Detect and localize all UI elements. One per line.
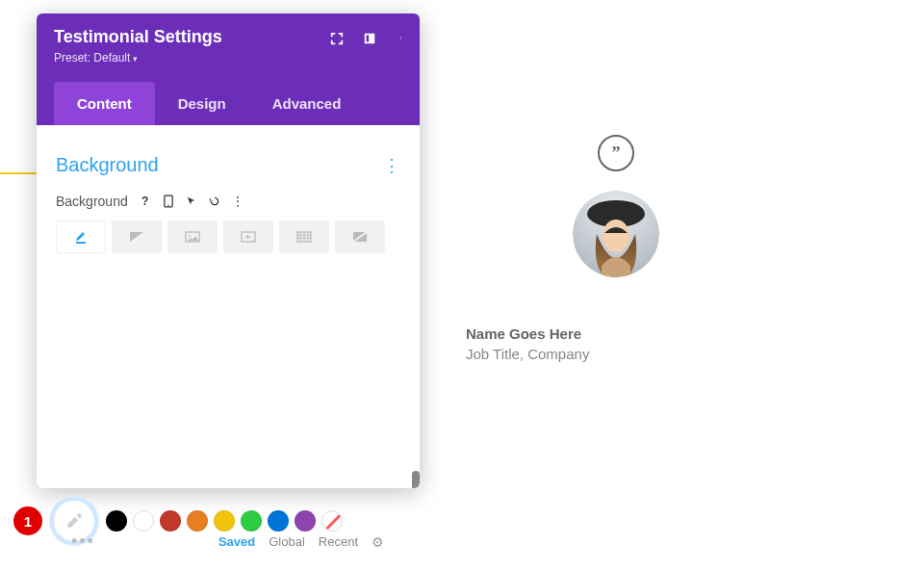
- swatch-blue[interactable]: [268, 510, 289, 532]
- section-title-background[interactable]: Background: [56, 154, 159, 176]
- snap-icon[interactable]: [362, 31, 377, 46]
- palette-more-icon[interactable]: •••: [71, 532, 95, 552]
- testimonial-name: Name Goes Here: [466, 325, 581, 342]
- bg-type-mask[interactable]: [335, 221, 385, 253]
- hover-icon[interactable]: [184, 194, 199, 209]
- background-body-text: dol t, s oor inii am hei: [0, 72, 38, 396]
- swatch-red[interactable]: [160, 510, 181, 532]
- swatch-row: [106, 510, 343, 532]
- panel-body: Background ⋮ Background ? ⋮: [37, 125, 420, 488]
- expand-icon[interactable]: [329, 31, 345, 46]
- kebab-menu-icon[interactable]: [395, 31, 410, 46]
- svg-point-7: [189, 235, 191, 237]
- palette-source-tabs: ••• Saved Global Recent ⚙: [71, 532, 384, 552]
- bg-type-video[interactable]: [223, 221, 273, 253]
- tab-design[interactable]: Design: [155, 82, 249, 125]
- swatch-black[interactable]: [106, 510, 127, 532]
- field-kebab-icon[interactable]: ⋮: [230, 194, 245, 209]
- svg-point-0: [400, 37, 401, 38]
- tab-advanced[interactable]: Advanced: [249, 82, 365, 125]
- svg-point-1: [400, 38, 401, 39]
- palette-settings-icon[interactable]: ⚙: [372, 534, 384, 550]
- panel-header-actions: [329, 31, 410, 46]
- avatar: [573, 191, 659, 277]
- panel-scrollbar[interactable]: [412, 471, 420, 488]
- background-type-tabs: [56, 221, 400, 253]
- svg-point-15: [603, 220, 629, 252]
- panel-tabs: Content Design Advanced: [54, 82, 402, 125]
- panel-header: Testimonial Settings Preset: Default Con…: [37, 13, 420, 125]
- reset-icon[interactable]: [207, 194, 222, 209]
- palette-tab-global[interactable]: Global: [269, 534, 305, 549]
- testimonial-job: Job Title, Company: [466, 346, 589, 362]
- svg-rect-14: [602, 210, 630, 216]
- quote-icon: ”: [598, 135, 634, 171]
- swatch-purple[interactable]: [295, 510, 316, 532]
- bg-type-gradient[interactable]: [112, 221, 162, 253]
- tab-content[interactable]: Content: [54, 82, 155, 125]
- color-palette: 1 ••• Saved Global Recent ⚙: [13, 490, 343, 552]
- swatch-yellow[interactable]: [214, 510, 235, 532]
- testimonial-settings-panel: Testimonial Settings Preset: Default Con…: [37, 13, 420, 488]
- bg-type-image[interactable]: [167, 221, 218, 253]
- section-kebab-icon[interactable]: ⋮: [383, 155, 400, 176]
- swatch-transparent[interactable]: [321, 510, 343, 532]
- help-icon[interactable]: ?: [138, 194, 153, 209]
- responsive-icon[interactable]: [161, 194, 176, 209]
- palette-tab-saved[interactable]: Saved: [218, 534, 255, 549]
- bg-type-pattern[interactable]: [279, 221, 329, 253]
- svg-point-4: [167, 205, 168, 206]
- field-label-background: Background: [56, 194, 128, 209]
- svg-point-2: [400, 39, 401, 40]
- testimonial-preview: ” Name Goes Here Job T: [452, 135, 780, 362]
- swatch-white[interactable]: [133, 510, 154, 532]
- field-helper-icons: ? ⋮: [138, 194, 245, 209]
- swatch-green[interactable]: [241, 510, 262, 532]
- palette-tab-recent[interactable]: Recent: [319, 534, 358, 549]
- bg-type-color[interactable]: [56, 221, 106, 253]
- step-badge: 1: [13, 506, 42, 535]
- preset-selector[interactable]: Preset: Default: [54, 51, 402, 65]
- swatch-orange[interactable]: [187, 510, 208, 532]
